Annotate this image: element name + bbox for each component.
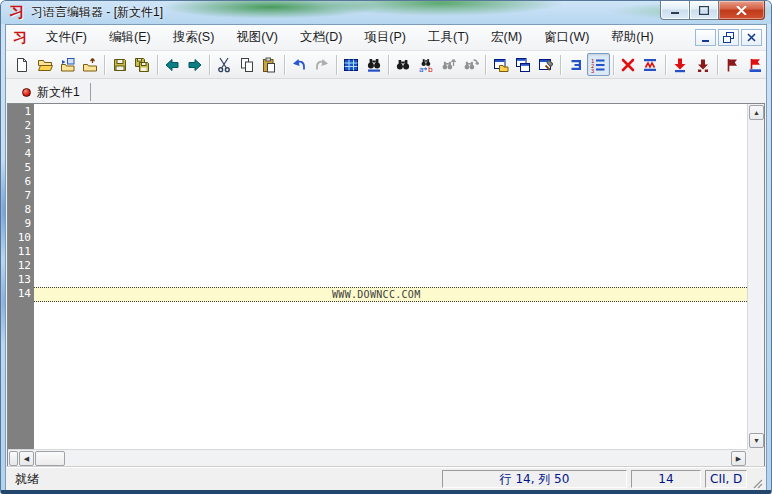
code-line[interactable] bbox=[34, 245, 747, 259]
line-number[interactable]: 14 bbox=[8, 287, 31, 301]
maximize-button[interactable] bbox=[690, 1, 719, 20]
menu-item-file[interactable]: 文件(F) bbox=[35, 25, 98, 50]
toolbar-button-navigate-back[interactable] bbox=[161, 53, 184, 76]
toolbar-button-clear-all[interactable] bbox=[616, 53, 639, 76]
line-number[interactable]: 8 bbox=[8, 203, 31, 217]
watermark-text: WWW.DOWNCC.COM bbox=[34, 289, 421, 300]
menu-item-search[interactable]: 搜索(S) bbox=[162, 25, 226, 50]
code-line[interactable] bbox=[34, 217, 747, 231]
toolbar-button-char-table[interactable] bbox=[340, 53, 363, 76]
scroll-up-button[interactable]: ▲ bbox=[749, 105, 764, 120]
line-number[interactable]: 7 bbox=[8, 189, 31, 203]
toolbar-button-open-file[interactable] bbox=[34, 53, 57, 76]
line-number[interactable]: 10 bbox=[8, 231, 31, 245]
toolbar-button-window-list[interactable] bbox=[512, 53, 535, 76]
toolbar-separator bbox=[717, 55, 718, 75]
toolbar-button-cut[interactable] bbox=[213, 53, 236, 76]
code-line[interactable] bbox=[34, 133, 747, 147]
menu-item-macro[interactable]: 宏(M) bbox=[480, 25, 533, 50]
toolbar-button-project-window[interactable] bbox=[489, 53, 512, 76]
undo-icon bbox=[291, 57, 307, 73]
scroll-right-button[interactable]: ▶ bbox=[731, 451, 746, 466]
line-number[interactable]: 6 bbox=[8, 175, 31, 189]
toolbar-button-navigate-forward[interactable] bbox=[183, 53, 206, 76]
scroll-left-button[interactable]: ◀ bbox=[19, 451, 34, 466]
code-line[interactable] bbox=[34, 119, 747, 133]
toolbar-button-build[interactable] bbox=[535, 53, 558, 76]
menu-item-project[interactable]: 项目(P) bbox=[353, 25, 417, 50]
toolbar-button-undo[interactable] bbox=[288, 53, 311, 76]
code-line[interactable] bbox=[34, 231, 747, 245]
menu-item-window[interactable]: 窗口(W) bbox=[533, 25, 600, 50]
toolbar-button-format-indent[interactable] bbox=[564, 53, 587, 76]
toolbar-button-replace[interactable]: ab bbox=[415, 53, 438, 76]
hscroll-thumb[interactable] bbox=[35, 451, 65, 466]
line-number[interactable]: 2 bbox=[8, 119, 31, 133]
toolbar-button-save-all[interactable] bbox=[131, 53, 154, 76]
line-number[interactable]: 5 bbox=[8, 161, 31, 175]
toolbar-button-paste[interactable] bbox=[258, 53, 281, 76]
mdi-restore-button[interactable] bbox=[718, 29, 739, 46]
mdi-minimize-icon bbox=[699, 31, 712, 44]
active-code-line[interactable]: WWW.DOWNCC.COM bbox=[34, 287, 747, 302]
line-number[interactable]: 1 bbox=[8, 105, 31, 119]
line-number[interactable]: 4 bbox=[8, 147, 31, 161]
code-line[interactable] bbox=[34, 175, 747, 189]
line-number[interactable]: 13 bbox=[8, 273, 31, 287]
toolbar-button-line-numbers[interactable]: 123 bbox=[587, 53, 610, 76]
toolbar-button-compile-flag[interactable] bbox=[721, 53, 744, 76]
code-line[interactable] bbox=[34, 273, 747, 287]
code-line[interactable] bbox=[34, 161, 747, 175]
line-number-gutter[interactable]: 1234567891011121314 bbox=[8, 104, 34, 449]
tab-bar: 新文件1 bbox=[6, 79, 766, 103]
find-icon bbox=[395, 57, 411, 73]
menu-item-view[interactable]: 视图(V) bbox=[225, 25, 289, 50]
toolbar-button-run-to-cursor[interactable] bbox=[691, 53, 714, 76]
title-bar[interactable]: 习 习语言编辑器 - [新文件1] bbox=[1, 1, 771, 24]
toolbar-button-copy[interactable] bbox=[235, 53, 258, 76]
mdi-close-button[interactable] bbox=[741, 29, 762, 46]
code-line[interactable] bbox=[34, 147, 747, 161]
menu-item-help[interactable]: 帮助(H) bbox=[600, 25, 664, 50]
menu-items: 文件(F)编辑(E)搜索(S)视图(V)文档(D)项目(P)工具(T)宏(M)窗… bbox=[35, 25, 695, 50]
horizontal-scrollbar[interactable]: ◀ ▶ bbox=[8, 449, 747, 466]
toolbar-separator bbox=[560, 55, 561, 75]
line-number[interactable]: 12 bbox=[8, 259, 31, 273]
client-area: 习 文件(F)编辑(E)搜索(S)视图(V)文档(D)项目(P)工具(T)宏(M… bbox=[5, 24, 767, 490]
toolbar-button-find-next[interactable] bbox=[460, 53, 483, 76]
toolbar-button-find[interactable] bbox=[392, 53, 415, 76]
resize-grip[interactable] bbox=[749, 475, 764, 490]
toolbar-button-toggle-breakpoint[interactable] bbox=[669, 53, 692, 76]
minimize-button[interactable] bbox=[660, 1, 690, 20]
scroll-down-button[interactable]: ▼ bbox=[749, 433, 764, 448]
vertical-scrollbar[interactable]: ▲ ▼ bbox=[747, 104, 764, 449]
close-button[interactable] bbox=[719, 1, 765, 20]
line-number[interactable]: 9 bbox=[8, 217, 31, 231]
toolbar-button-find-in-files[interactable] bbox=[362, 53, 385, 76]
toolbar-separator bbox=[104, 55, 105, 75]
code-line[interactable] bbox=[34, 203, 747, 217]
toolbar-button-reopen-file[interactable] bbox=[56, 53, 79, 76]
line-number[interactable]: 3 bbox=[8, 133, 31, 147]
toolbar-button-redo[interactable] bbox=[310, 53, 333, 76]
menu-item-tools[interactable]: 工具(T) bbox=[417, 25, 480, 50]
find-previous-icon bbox=[441, 57, 457, 73]
tab-new-file-1[interactable]: 新文件1 bbox=[14, 81, 90, 103]
document-system-icon[interactable]: 习 bbox=[13, 29, 27, 47]
code-line[interactable] bbox=[34, 259, 747, 273]
line-number[interactable]: 11 bbox=[8, 245, 31, 259]
code-line[interactable] bbox=[34, 189, 747, 203]
mdi-minimize-button[interactable] bbox=[695, 29, 716, 46]
menu-item-edit[interactable]: 编辑(E) bbox=[98, 25, 162, 50]
toolbar-button-find-previous[interactable] bbox=[437, 53, 460, 76]
code-line[interactable] bbox=[34, 105, 747, 119]
hsplit-box[interactable] bbox=[9, 451, 18, 466]
toolbar-button-run-flag[interactable] bbox=[744, 53, 767, 76]
toolbar-button-clear-bookmarks[interactable] bbox=[639, 53, 662, 76]
editor-viewport: 1234567891011121314 WWW.DOWNCC.COM bbox=[8, 104, 747, 449]
code-area[interactable]: WWW.DOWNCC.COM bbox=[34, 104, 747, 449]
menu-item-document[interactable]: 文档(D) bbox=[289, 25, 353, 50]
toolbar-button-new-file[interactable] bbox=[11, 53, 34, 76]
toolbar-button-save[interactable] bbox=[108, 53, 131, 76]
toolbar-button-close-folder[interactable] bbox=[79, 53, 102, 76]
